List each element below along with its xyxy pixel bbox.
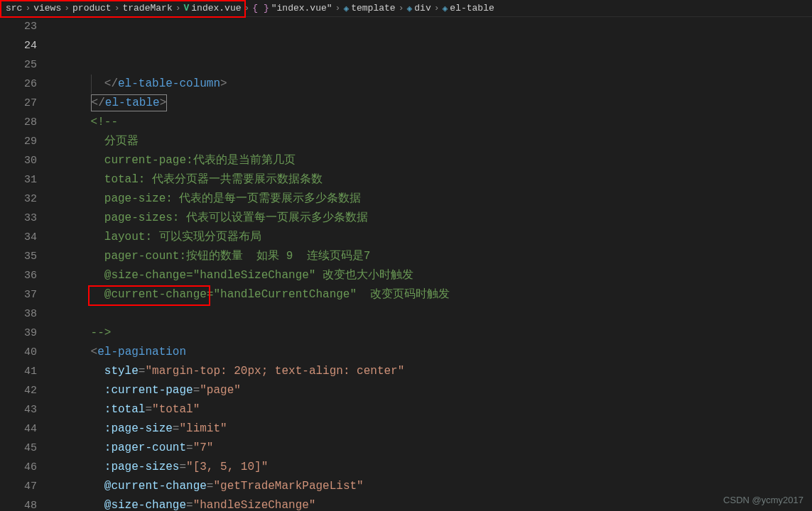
breadcrumb-item[interactable]: index.vue (191, 3, 241, 13)
line-number: 38 (0, 304, 37, 324)
chevron-right-icon: › (335, 3, 341, 13)
code-line[interactable]: :total="total" (50, 400, 812, 419)
code-line[interactable]: <el-pagination (50, 343, 812, 362)
template-icon: ◈ (406, 3, 412, 14)
chevron-right-icon: › (434, 3, 440, 13)
code-line[interactable]: :page-sizes="[3, 5, 10]" (50, 458, 812, 477)
line-number: 23 (0, 17, 37, 36)
line-number: 48 (0, 496, 37, 511)
chevron-right-icon: › (399, 3, 404, 13)
chevron-right-icon: › (244, 3, 250, 13)
code-line[interactable]: --> (50, 324, 812, 343)
chevron-right-icon: › (175, 3, 181, 13)
code-line[interactable]: </el-table-column> (50, 75, 812, 94)
chevron-right-icon: › (64, 3, 70, 13)
breadcrumb-item[interactable]: product (72, 3, 112, 13)
code-line[interactable]: pager-count:按钮的数量 如果 9 连续页码是7 (50, 247, 812, 266)
code-line[interactable]: page-size: 代表的是每一页需要展示多少条数据 (50, 189, 812, 209)
line-number: 27 (0, 94, 37, 113)
line-number: 31 (0, 170, 37, 189)
line-number: 29 (0, 132, 37, 151)
code-line[interactable]: style="margin-top: 20px; text-align: cen… (50, 362, 812, 381)
code-line[interactable]: :page-size="limit" (50, 419, 812, 439)
line-number: 30 (0, 151, 37, 170)
code-line[interactable]: @size-change="handleSizeChange" (50, 496, 812, 511)
chevron-right-icon: › (25, 3, 31, 13)
breadcrumb-item[interactable]: "index.vue" (271, 3, 332, 13)
line-number: 26 (0, 75, 37, 94)
code-line[interactable]: </el-table> (50, 94, 812, 113)
line-number: 25 (0, 55, 37, 75)
breadcrumb-item[interactable]: div (414, 3, 431, 13)
code-line[interactable]: :current-page="page" (50, 381, 812, 400)
vue-icon: V (184, 3, 190, 13)
code-line[interactable]: layout: 可以实现分页器布局 (50, 228, 812, 247)
line-gutter: 2324252627282930313233343536373839404142… (0, 17, 50, 511)
breadcrumb-item[interactable]: template (351, 3, 395, 13)
chevron-right-icon: › (114, 3, 120, 13)
code-line[interactable]: :pager-count="7" (50, 439, 812, 458)
line-number: 33 (0, 209, 37, 228)
code-line[interactable]: page-sizes: 代表可以设置每一页展示多少条数据 (50, 209, 812, 228)
line-number: 42 (0, 381, 37, 400)
line-number: 39 (0, 324, 37, 343)
template-icon: ◈ (443, 3, 448, 14)
line-number: 34 (0, 228, 37, 247)
line-number: 45 (0, 439, 37, 458)
breadcrumb-item[interactable]: el-table (450, 3, 494, 13)
breadcrumb-item[interactable]: views (33, 3, 61, 13)
code-line[interactable]: @current-change="getTradeMarkPageList" (50, 477, 812, 496)
line-number: 40 (0, 343, 37, 362)
code-editor[interactable]: 2324252627282930313233343536373839404142… (0, 17, 812, 511)
line-number: 43 (0, 400, 37, 419)
code-line[interactable] (50, 304, 812, 324)
line-number: 32 (0, 189, 37, 209)
watermark: CSDN @ycmy2017 (723, 495, 803, 505)
line-number: 41 (0, 362, 37, 381)
template-icon: ◈ (343, 3, 349, 14)
code-line[interactable]: @current-change="handleCurrentChange" 改变… (50, 285, 812, 304)
code-line[interactable]: 分页器 (50, 132, 812, 151)
line-number: 24 (0, 36, 37, 55)
breadcrumb-item[interactable]: tradeMark (122, 3, 172, 13)
code-line[interactable]: <!-- (50, 113, 812, 132)
line-number: 46 (0, 458, 37, 477)
code-line[interactable]: current-page:代表的是当前第几页 (50, 151, 812, 170)
line-number: 44 (0, 419, 37, 439)
code-area[interactable]: </el-table-column></el-table><!--分页器curr… (50, 17, 812, 511)
code-line[interactable]: @size-change="handleSizeChange" 改变也大小时触发 (50, 266, 812, 285)
code-line[interactable]: total: 代表分页器一共需要展示数据条数 (50, 170, 812, 189)
line-number: 47 (0, 477, 37, 496)
line-number: 36 (0, 266, 37, 285)
braces-icon: { } (252, 3, 269, 13)
line-number: 35 (0, 247, 37, 266)
line-number: 28 (0, 113, 37, 132)
breadcrumb: src› views› product› tradeMark› Vindex.v… (0, 0, 812, 17)
line-number: 37 (0, 285, 37, 304)
breadcrumb-item[interactable]: src (6, 3, 22, 13)
